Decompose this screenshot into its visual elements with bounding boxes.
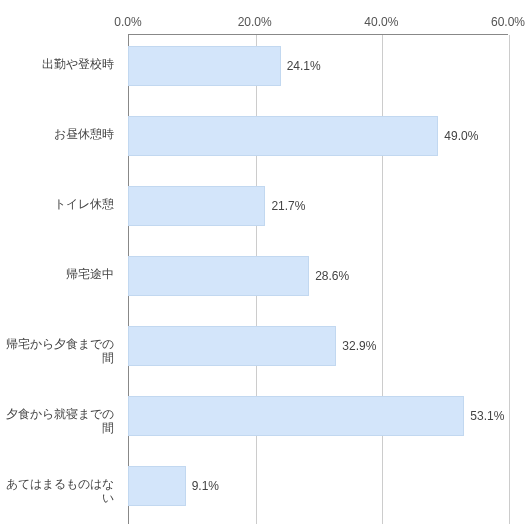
x-tick-0: 0.0%: [98, 10, 158, 34]
bar: [128, 116, 438, 156]
bar: [128, 46, 281, 86]
bar: [128, 466, 186, 506]
bar: [128, 326, 336, 366]
x-tick-3: 60.0%: [478, 10, 529, 34]
value-label: 28.6%: [309, 256, 349, 296]
category-label: トイレ休憩: [0, 198, 120, 212]
x-tick-2: 40.0%: [351, 10, 411, 34]
horizontal-bar-chart: 0.0% 20.0% 40.0% 60.0% 出勤や登校時24.1%お昼休憩時4…: [0, 0, 529, 527]
gridline: [382, 35, 383, 524]
gridline: [509, 35, 510, 524]
category-label: お昼休憩時: [0, 128, 120, 142]
value-label: 21.7%: [265, 186, 305, 226]
value-label: 32.9%: [336, 326, 376, 366]
bar: [128, 186, 265, 226]
category-label: あてはまるものはない: [0, 478, 120, 506]
value-label: 9.1%: [186, 466, 219, 506]
category-label: 夕食から就寝までの間: [0, 408, 120, 436]
bar: [128, 396, 464, 436]
category-label: 出勤や登校時: [0, 58, 120, 72]
category-label: 帰宅から夕食までの間: [0, 338, 120, 366]
x-tick-1: 20.0%: [225, 10, 285, 34]
value-label: 49.0%: [438, 116, 478, 156]
value-label: 24.1%: [281, 46, 321, 86]
value-label: 53.1%: [464, 396, 504, 436]
bar: [128, 256, 309, 296]
category-label: 帰宅途中: [0, 268, 120, 282]
